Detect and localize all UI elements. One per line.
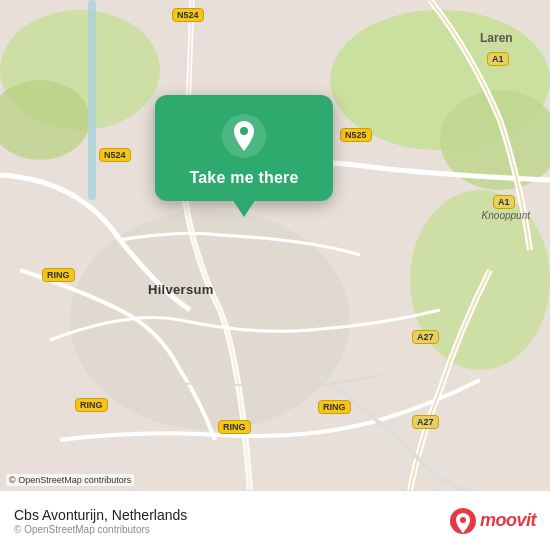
svg-rect-6	[88, 0, 96, 200]
road-badge-ring-left: RING	[42, 268, 75, 282]
map-container: Laren N524 N524 N525 A1 A1 RING RING RIN…	[0, 0, 550, 490]
moovit-logo: moovit	[450, 508, 536, 534]
road-badge-ring-bottom-right: RING	[318, 400, 351, 414]
road-badge-n525: N525	[340, 128, 372, 142]
road-badge-a1-top: A1	[487, 52, 509, 66]
road-badge-a27-top: A27	[412, 330, 439, 344]
svg-point-12	[240, 127, 248, 135]
knooppunt-label: Knooppunt	[482, 210, 530, 221]
svg-point-14	[460, 517, 466, 523]
road-badge-a27-bottom: A27	[412, 415, 439, 429]
take-me-there-popup[interactable]: Take me there	[155, 95, 333, 201]
road-badge-n524-left: N524	[99, 148, 131, 162]
road-badge-ring-bottom-left: RING	[75, 398, 108, 412]
moovit-text: moovit	[480, 510, 536, 531]
popup-label: Take me there	[189, 169, 298, 187]
moovit-icon	[450, 508, 476, 534]
road-badge-ring-bottom-center: RING	[218, 420, 251, 434]
city-label: Hilversum	[148, 282, 214, 297]
road-badge-a1-right: A1	[493, 195, 515, 209]
svg-text:Laren: Laren	[480, 31, 513, 45]
osm-attribution: © OpenStreetMap contributors	[6, 474, 134, 486]
road-badge-n524-top: N524	[172, 8, 204, 22]
location-pin-icon	[221, 113, 267, 159]
bottom-bar: Cbs Avonturijn, Netherlands © OpenStreet…	[0, 490, 550, 550]
